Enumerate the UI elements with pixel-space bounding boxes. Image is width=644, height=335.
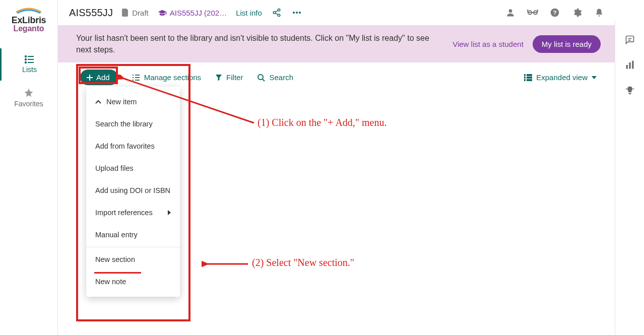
add-dropdown: New item Search the library Add from fav… bbox=[86, 87, 180, 297]
topbar: AIS555JJ Draft AIS555JJ (202… List info … bbox=[58, 0, 615, 25]
logo-text-leganto: Leganto bbox=[12, 24, 46, 33]
svg-point-8 bbox=[278, 14, 280, 17]
svg-rect-36 bbox=[524, 74, 526, 76]
link-icon[interactable] bbox=[527, 7, 538, 18]
svg-rect-22 bbox=[629, 62, 630, 69]
gear-icon[interactable] bbox=[571, 7, 583, 18]
sidebar-item-label: Favorites bbox=[14, 100, 43, 108]
ready-banner: Your list hasn't been sent to the librar… bbox=[58, 25, 615, 62]
topbar-right: ? bbox=[505, 7, 605, 18]
plus-icon bbox=[86, 74, 93, 81]
svg-line-35 bbox=[263, 79, 265, 81]
manage-sections-label: Manage sections bbox=[144, 73, 201, 82]
dropdown-item-label: New item bbox=[106, 98, 137, 106]
view-toggle-label: Expanded view bbox=[536, 73, 588, 82]
sidebar-item-favorites[interactable]: Favorites bbox=[0, 81, 57, 115]
logo-swoosh-icon bbox=[12, 7, 45, 14]
right-rail bbox=[615, 20, 644, 335]
graduation-cap-icon bbox=[158, 9, 167, 16]
svg-point-5 bbox=[25, 62, 26, 63]
chevron-up-icon bbox=[95, 100, 101, 104]
share-icon[interactable] bbox=[271, 7, 282, 18]
svg-point-4 bbox=[25, 59, 26, 60]
dropdown-item-label: Import references bbox=[95, 209, 153, 217]
svg-rect-21 bbox=[626, 65, 627, 69]
draft-label: Draft bbox=[132, 9, 149, 17]
dropdown-item-manual-entry[interactable]: Manual entry bbox=[86, 224, 180, 246]
list-toolbar: Add Manage sections Filter Search Expand… bbox=[58, 60, 615, 85]
svg-point-14 bbox=[509, 9, 512, 13]
analytics-icon[interactable] bbox=[624, 59, 635, 71]
annotation-text-1: (1) Click on the "+ Add," menu. bbox=[257, 117, 387, 128]
chevron-right-icon bbox=[168, 210, 171, 215]
dropdown-item-new-note[interactable]: New note bbox=[86, 271, 180, 293]
help-icon[interactable]: ? bbox=[549, 7, 560, 18]
svg-rect-23 bbox=[632, 61, 633, 69]
draft-status[interactable]: Draft bbox=[122, 9, 149, 17]
dropdown-item-search-library[interactable]: Search the library bbox=[86, 113, 180, 135]
sections-icon bbox=[132, 74, 140, 81]
my-list-ready-button[interactable]: My list is ready bbox=[533, 35, 601, 53]
list-icon bbox=[25, 55, 35, 63]
annotation-arrow-2 bbox=[202, 260, 252, 268]
filter-button[interactable]: Filter bbox=[215, 73, 243, 82]
user-icon[interactable] bbox=[505, 7, 516, 18]
dropdown-item-label: New note bbox=[95, 278, 126, 286]
list-title: AIS555JJ bbox=[69, 7, 113, 19]
svg-rect-38 bbox=[524, 77, 526, 79]
dropdown-item-label: Manual entry bbox=[95, 231, 138, 239]
dropdown-item-add-doi-isbn[interactable]: Add using DOI or ISBN bbox=[86, 179, 180, 202]
chat-icon[interactable] bbox=[624, 34, 635, 45]
left-sidebar: ExLibris Leganto Lists Favorites bbox=[0, 0, 58, 335]
lightbulb-icon[interactable] bbox=[624, 85, 635, 96]
svg-text:?: ? bbox=[553, 9, 556, 16]
svg-point-7 bbox=[273, 12, 276, 14]
add-button[interactable]: Add bbox=[80, 70, 118, 85]
dropdown-divider bbox=[86, 247, 180, 247]
svg-rect-39 bbox=[527, 77, 532, 79]
view-as-student-link[interactable]: View list as a student bbox=[453, 40, 524, 48]
svg-rect-41 bbox=[527, 79, 532, 81]
caret-down-icon bbox=[592, 76, 597, 79]
dropdown-item-label: Search the library bbox=[95, 120, 153, 128]
course-label: AIS555JJ (202… bbox=[170, 9, 227, 17]
file-icon bbox=[122, 9, 129, 17]
svg-point-13 bbox=[299, 12, 301, 14]
dropdown-item-label: Add from favorites bbox=[95, 142, 155, 150]
dropdown-item-label: New section bbox=[95, 255, 135, 263]
dropdown-item-label: Upload files bbox=[95, 164, 134, 172]
banner-actions: View list as a student My list is ready bbox=[453, 35, 601, 53]
logo: ExLibris Leganto bbox=[9, 7, 49, 33]
dropdown-item-new-item[interactable]: New item bbox=[86, 91, 180, 113]
course-link[interactable]: AIS555JJ (202… bbox=[158, 9, 227, 17]
dropdown-item-upload-files[interactable]: Upload files bbox=[86, 157, 180, 179]
dropdown-item-new-section[interactable]: New section bbox=[86, 248, 180, 271]
star-icon bbox=[24, 88, 34, 98]
search-label: Search bbox=[269, 73, 293, 82]
annotation-text-2: (2) Select "New section." bbox=[252, 257, 354, 269]
dropdown-item-import-references[interactable]: Import references bbox=[86, 202, 180, 224]
list-info-link[interactable]: List info bbox=[236, 9, 262, 17]
expanded-view-icon bbox=[524, 74, 532, 81]
filter-icon bbox=[215, 74, 222, 81]
svg-rect-40 bbox=[524, 79, 526, 81]
svg-rect-37 bbox=[527, 74, 532, 76]
search-icon bbox=[257, 74, 265, 82]
dropdown-item-label: Add using DOI or ISBN bbox=[95, 186, 170, 194]
svg-point-11 bbox=[293, 12, 295, 14]
sidebar-item-lists[interactable]: Lists bbox=[0, 48, 57, 81]
svg-line-9 bbox=[275, 11, 278, 12]
manage-sections-button[interactable]: Manage sections bbox=[132, 73, 201, 82]
dropdown-item-add-from-favorites[interactable]: Add from favorites bbox=[86, 135, 180, 157]
banner-text: Your list hasn't been sent to the librar… bbox=[76, 32, 439, 55]
filter-label: Filter bbox=[226, 73, 243, 82]
more-menu-icon[interactable] bbox=[291, 7, 302, 18]
svg-point-34 bbox=[258, 75, 263, 80]
view-toggle[interactable]: Expanded view bbox=[524, 73, 597, 82]
svg-point-6 bbox=[278, 9, 280, 12]
svg-line-10 bbox=[275, 13, 278, 15]
add-button-label: Add bbox=[96, 73, 110, 82]
bell-icon[interactable] bbox=[594, 7, 605, 18]
search-button[interactable]: Search bbox=[257, 73, 293, 82]
sidebar-item-label: Lists bbox=[22, 65, 37, 74]
